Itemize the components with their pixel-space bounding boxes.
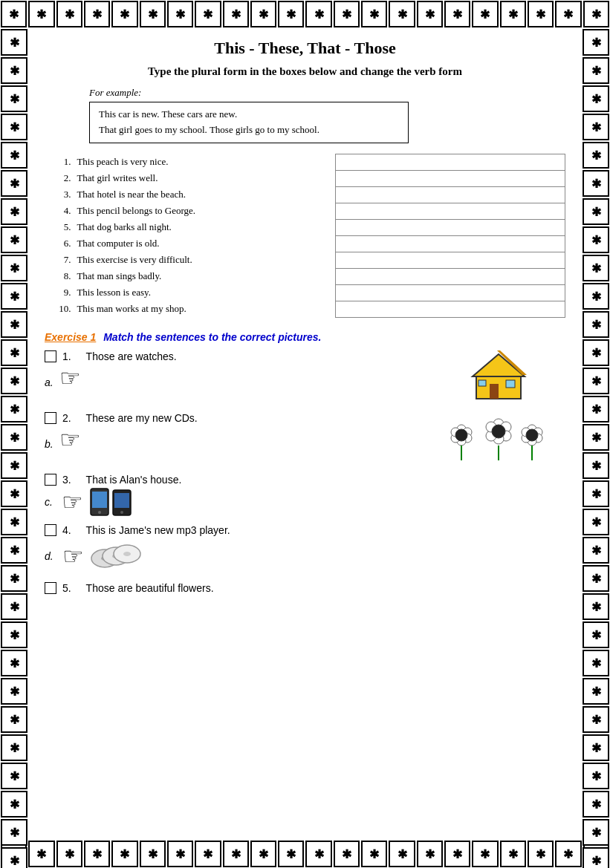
ex1-item-3-num: 3. bbox=[62, 474, 71, 486]
table-row: 9. This lesson is easy. bbox=[45, 284, 565, 301]
ex1-item-1-label: Those are watches. bbox=[86, 350, 177, 362]
checkbox-4[interactable] bbox=[45, 524, 56, 536]
svg-point-19 bbox=[492, 425, 505, 438]
exercise-num: 10. bbox=[45, 301, 74, 317]
ex1-item-5-row: 5. Those are beautiful flowers. bbox=[45, 582, 565, 594]
instruction-text: Type the plural form in the boxes below … bbox=[45, 65, 565, 78]
ex1-item-2-num: 2. bbox=[62, 412, 71, 424]
exercise-num: 7. bbox=[45, 252, 74, 268]
svg-point-41 bbox=[123, 552, 131, 556]
example-box: This car is new. These cars are new. Tha… bbox=[89, 102, 409, 143]
ex1-item-1-text: 1. bbox=[62, 350, 71, 362]
exercise-sentence: That hotel is near the beach. bbox=[74, 186, 335, 203]
exercise-num: 3. bbox=[45, 186, 74, 203]
answer-input-cell[interactable] bbox=[335, 252, 565, 268]
hand-icon-2: ☞ bbox=[59, 426, 81, 453]
answer-input-cell[interactable] bbox=[335, 170, 565, 186]
checkbox-1[interactable] bbox=[45, 350, 56, 362]
exercise1-label: Exercise 1 bbox=[45, 331, 96, 343]
exercise-sentence: That dog barks all night. bbox=[74, 219, 335, 235]
svg-rect-3 bbox=[506, 380, 515, 388]
exercise-num: 9. bbox=[45, 284, 74, 301]
svg-point-32 bbox=[98, 511, 101, 514]
ex1-item-5-text: Those are beautiful flowers. bbox=[86, 582, 214, 594]
exercise-num: 1. bbox=[45, 154, 74, 170]
ex1-item-3-row: 3. That is Alan's house. c. ☞ bbox=[45, 474, 565, 517]
answer-input-cell[interactable] bbox=[335, 301, 565, 317]
answer-input-cell[interactable] bbox=[335, 203, 565, 219]
table-row: 10. This man works at my shop. bbox=[45, 301, 565, 317]
answer-input-cell[interactable] bbox=[335, 186, 565, 203]
ex1-item-4-text: This is Jame's new mp3 player. bbox=[86, 524, 230, 536]
ex1-item-3-text: That is Alan's house. bbox=[86, 474, 182, 486]
svg-point-12 bbox=[455, 429, 467, 441]
ex1-item-2-row: 2. These are my new CDs. b. ☞ bbox=[45, 412, 565, 466]
exercise1-header: Exercise 1 Match the sentences to the co… bbox=[45, 331, 565, 343]
example-label: For example: bbox=[89, 87, 565, 99]
exercise-sentence: This man works at my shop. bbox=[74, 301, 335, 317]
hand-icon-3: ☞ bbox=[62, 488, 83, 516]
exercise-sentence: This exercise is very difficult. bbox=[74, 252, 335, 268]
svg-rect-5 bbox=[478, 380, 486, 386]
table-row: 6. That computer is old. bbox=[45, 235, 565, 252]
svg-marker-0 bbox=[473, 354, 525, 376]
ex1-item-5-num: 5. bbox=[62, 582, 71, 594]
table-row: 4. This pencil belongs to George. bbox=[45, 203, 565, 219]
ex1-item-4-row: 4. This is Jame's new mp3 player. d. ☞ bbox=[45, 524, 565, 575]
table-row: 2. That girl writes well. bbox=[45, 170, 565, 186]
exercise-sentence: This lesson is easy. bbox=[74, 284, 335, 301]
letter-b-label: b. bbox=[45, 438, 53, 450]
house-image bbox=[432, 350, 565, 405]
svg-rect-34 bbox=[114, 493, 129, 508]
svg-rect-2 bbox=[490, 384, 499, 399]
exercise-num: 4. bbox=[45, 203, 74, 219]
exercise-num: 8. bbox=[45, 268, 74, 284]
table-row: 8. That man sings badly. bbox=[45, 268, 565, 284]
example-line-1: This car is new. These cars are new. bbox=[99, 107, 399, 123]
svg-point-26 bbox=[526, 429, 538, 441]
exercise-sentence: That computer is old. bbox=[74, 235, 335, 252]
answer-input-cell[interactable] bbox=[335, 284, 565, 301]
exercise1-instruction: Match the sentences to the correct pictu… bbox=[103, 331, 321, 343]
flowers-image bbox=[432, 412, 565, 466]
checkbox-3[interactable] bbox=[45, 474, 56, 486]
exercise-table: 1. This peach is very nice. 2. That girl… bbox=[45, 154, 565, 318]
letter-a-label: a. bbox=[45, 376, 53, 388]
exercise-num: 6. bbox=[45, 235, 74, 252]
svg-rect-31 bbox=[92, 492, 107, 508]
answer-input-cell[interactable] bbox=[335, 268, 565, 284]
hand-icon-1: ☞ bbox=[59, 365, 81, 391]
table-row: 7. This exercise is very difficult. bbox=[45, 252, 565, 268]
ex1-item-2-text: These are my new CDs. bbox=[86, 412, 198, 424]
checkbox-5[interactable] bbox=[45, 582, 56, 594]
table-row: 1. This peach is very nice. bbox=[45, 154, 565, 170]
svg-point-35 bbox=[120, 511, 123, 514]
checkbox-2[interactable] bbox=[45, 412, 56, 424]
letter-d-label: d. bbox=[45, 550, 53, 562]
answer-input-cell[interactable] bbox=[335, 154, 565, 170]
page-title: This - These, That - Those bbox=[45, 39, 565, 58]
exercise-sentence: That man sings badly. bbox=[74, 268, 335, 284]
ex1-item-4-num: 4. bbox=[62, 524, 71, 536]
answer-input-cell[interactable] bbox=[335, 235, 565, 252]
exercise-num: 2. bbox=[45, 170, 74, 186]
exercise-num: 5. bbox=[45, 219, 74, 235]
answer-input-cell[interactable] bbox=[335, 219, 565, 235]
example-line-2: That girl goes to my school. Those girls… bbox=[99, 123, 399, 138]
table-row: 5. That dog barks all night. bbox=[45, 219, 565, 235]
table-row: 3. That hotel is near the beach. bbox=[45, 186, 565, 203]
exercise-sentence: This pencil belongs to George. bbox=[74, 203, 335, 219]
exercise-sentence: That girl writes well. bbox=[74, 170, 335, 186]
hand-icon-4: ☞ bbox=[62, 542, 84, 570]
ex1-item-1-row: 1. Those are watches. a. ☞ bbox=[45, 350, 565, 405]
letter-c-label: c. bbox=[45, 496, 53, 508]
exercise-sentence: This peach is very nice. bbox=[74, 154, 335, 170]
